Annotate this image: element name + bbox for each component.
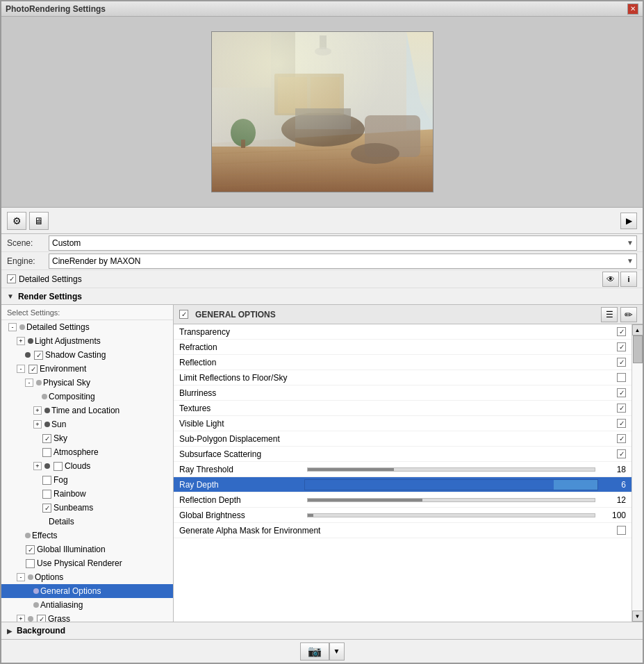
general-options-enable-cb[interactable] — [179, 310, 188, 319]
tree-item-time-location[interactable]: + Time and Location — [1, 404, 173, 417]
engine-dropdown[interactable]: CineRender by MAXON ▼ — [49, 254, 637, 269]
cb-clouds[interactable] — [53, 462, 63, 471]
cb-environment[interactable] — [28, 365, 38, 374]
svg-rect-17 — [274, 74, 344, 115]
cb-reflection[interactable] — [617, 358, 626, 367]
global-brightness-fill — [308, 514, 313, 517]
cb-subsurface[interactable] — [617, 449, 626, 458]
ray-threshold-track[interactable] — [307, 467, 595, 472]
cb-alpha-mask[interactable] — [617, 526, 626, 535]
tree-item-compositing[interactable]: Compositing — [1, 390, 173, 404]
tree-item-shadow-casting[interactable]: Shadow Casting — [1, 348, 173, 362]
tree-item-global-illumination[interactable]: Global Illumination — [1, 542, 173, 556]
camera-dropdown-btn[interactable]: ▼ — [329, 642, 345, 661]
expand-light-adjustments[interactable]: + — [17, 337, 25, 345]
cb-global-illumination[interactable] — [26, 545, 35, 554]
tree-item-atmosphere[interactable]: Atmosphere — [1, 445, 173, 459]
svg-line-3 — [212, 156, 434, 164]
expand-detailed-settings[interactable]: - — [8, 323, 17, 331]
engine-label: Engine: — [7, 256, 49, 266]
tree-item-use-physical-renderer[interactable]: Use Physical Renderer — [1, 556, 173, 570]
global-brightness-track[interactable] — [307, 513, 595, 517]
tree-item-environment[interactable]: - Environment — [1, 362, 173, 376]
tree-item-general-options[interactable]: General Options — [1, 584, 173, 598]
tree-item-fog[interactable]: Fog — [1, 473, 173, 487]
tree-item-sun[interactable]: + Sun — [1, 417, 173, 431]
tree-item-grass[interactable]: + Grass — [1, 612, 173, 622]
info-btn[interactable]: i — [620, 272, 637, 287]
expand-environment[interactable]: - — [17, 365, 25, 373]
options-content: Transparency Refraction Reflection — [174, 324, 631, 622]
tree-item-options[interactable]: - Options — [1, 570, 173, 584]
scroll-thumb[interactable] — [633, 335, 643, 363]
ray-depth-track[interactable] — [304, 479, 598, 490]
tree-item-details[interactable]: Details — [1, 515, 173, 529]
scroll-track[interactable] — [632, 335, 643, 611]
expand-options[interactable]: - — [17, 573, 25, 581]
cb-sunbeams[interactable] — [42, 504, 51, 513]
title-bar: PhotoRendering Settings ✕ — [1, 1, 643, 17]
edit-btn[interactable]: ✏ — [620, 307, 637, 322]
dot-time-location — [44, 408, 50, 413]
cb-shadow-casting[interactable] — [34, 351, 43, 360]
expand-clouds[interactable]: + — [33, 462, 42, 470]
dot-detailed-settings — [19, 324, 25, 330]
scene-value: Custom — [52, 238, 81, 248]
svg-point-11 — [351, 143, 399, 164]
cb-fog[interactable] — [42, 476, 51, 485]
cb-sky[interactable] — [42, 434, 51, 443]
scene-dropdown[interactable]: Custom ▼ — [49, 235, 637, 251]
list-view-btn[interactable]: ☰ — [601, 307, 618, 322]
tree-item-rainbow[interactable]: Rainbow — [1, 487, 173, 501]
cb-blurriness[interactable] — [617, 388, 626, 397]
bottom-section: ▶ Background — [1, 622, 643, 639]
svg-rect-18 — [278, 77, 307, 113]
monitor-toolbar-btn[interactable]: 🖥 — [29, 212, 49, 230]
settings-toolbar-btn[interactable]: ⚙ — [7, 212, 26, 230]
ray-threshold-value: 18 — [598, 465, 626, 474]
cb-transparency[interactable] — [617, 327, 626, 336]
cb-grass[interactable] — [37, 615, 46, 622]
scroll-up-btn[interactable]: ▲ — [632, 324, 643, 335]
option-refraction: Refraction — [174, 340, 631, 355]
scroll-down-btn[interactable]: ▼ — [632, 611, 643, 622]
cb-visible-light[interactable] — [617, 419, 626, 428]
tree-item-physical-sky[interactable]: - Physical Sky — [1, 376, 173, 390]
cb-use-physical-renderer[interactable] — [26, 559, 35, 568]
expand-grass[interactable]: + — [17, 615, 25, 622]
arrow-toolbar-btn[interactable]: ▶ — [620, 213, 637, 229]
rainbow-label: Rainbow — [53, 489, 86, 499]
close-button[interactable]: ✕ — [627, 3, 638, 15]
expand-icon[interactable]: ▼ — [7, 292, 14, 300]
tree-item-light-adjustments[interactable]: + Light Adjustments — [1, 334, 173, 348]
cb-limit-reflections[interactable] — [617, 373, 626, 382]
expand-physical-sky[interactable]: - — [25, 379, 33, 387]
background-expand-icon[interactable]: ▶ — [7, 627, 13, 635]
cb-atmosphere[interactable] — [42, 448, 51, 457]
expand-time-location[interactable]: + — [33, 406, 42, 415]
select-settings-label: Select Settings: — [1, 305, 173, 320]
eye-btn[interactable]: 👁 — [602, 272, 619, 287]
tree-item-detailed-settings[interactable]: - Detailed Settings — [1, 320, 173, 334]
detailed-settings-checkbox[interactable] — [7, 274, 16, 283]
tree-item-antialiasing[interactable]: Antialiasing — [1, 598, 173, 612]
tree-item-effects[interactable]: Effects — [1, 529, 173, 542]
bottom-toolbar: 📷 ▼ — [1, 639, 643, 663]
cb-textures[interactable] — [617, 404, 626, 413]
physical-sy-label: Use Physical Renderer — [37, 558, 122, 568]
tree-item-sky[interactable]: Sky — [1, 431, 173, 445]
option-transparency: Transparency — [174, 324, 631, 340]
option-visible-light: Visible Light — [174, 416, 631, 431]
tree-item-sunbeams[interactable]: Sunbeams — [1, 501, 173, 515]
detailed-settings-checkbox-label[interactable]: Detailed Settings — [7, 274, 82, 284]
engine-dropdown-arrow: ▼ — [627, 257, 634, 265]
camera-btn[interactable]: 📷 — [300, 642, 329, 661]
expand-sun[interactable]: + — [33, 420, 42, 429]
reflection-depth-track[interactable] — [307, 498, 595, 502]
engine-row: Engine: CineRender by MAXON ▼ — [1, 252, 643, 270]
tree-item-clouds[interactable]: + Clouds — [1, 459, 173, 473]
svg-line-2 — [212, 147, 434, 153]
cb-refraction[interactable] — [617, 342, 626, 351]
cb-sub-polygon[interactable] — [617, 434, 626, 443]
cb-rainbow[interactable] — [42, 490, 51, 499]
